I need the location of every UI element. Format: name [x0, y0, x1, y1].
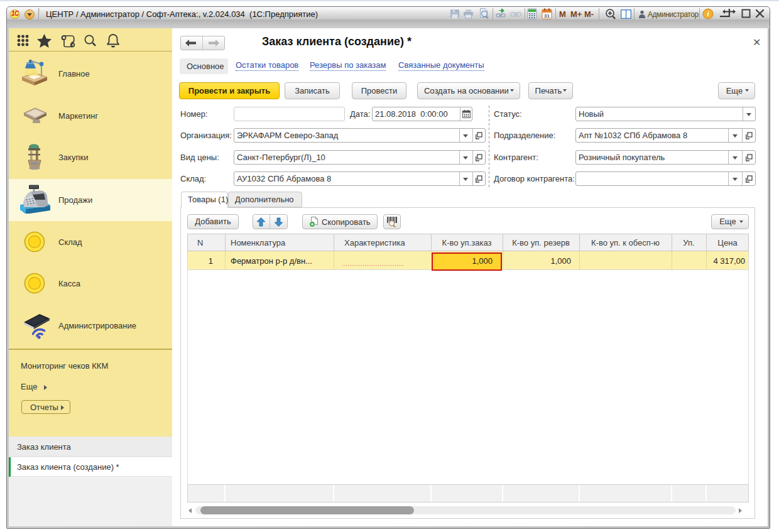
svg-text:31: 31 — [544, 13, 550, 19]
